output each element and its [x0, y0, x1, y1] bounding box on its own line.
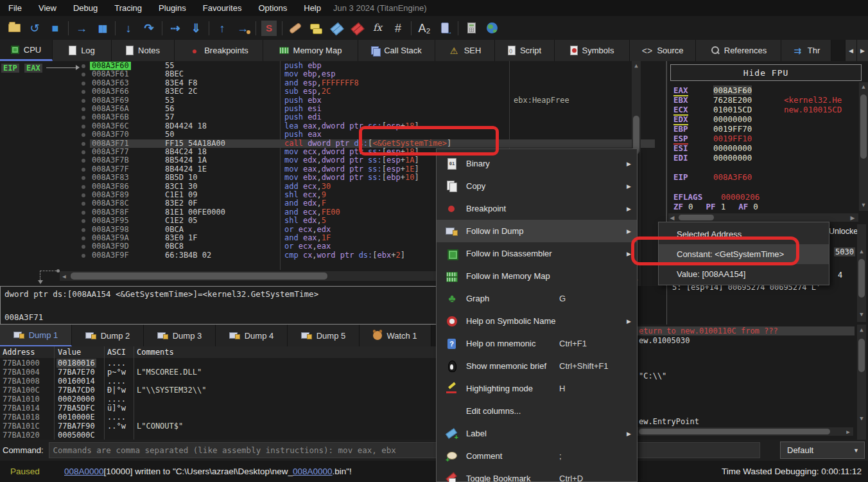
tab-dump-3[interactable]: Dump 3 — [144, 325, 216, 346]
column-header-asci[interactable]: ASCI — [107, 346, 126, 358]
scroll-left-icon[interactable]: ◀ — [60, 272, 68, 280]
register-row-esi[interactable]: ESI00000000 — [667, 143, 868, 153]
tab-references[interactable]: References — [696, 40, 781, 61]
regs-hscroll-thumb[interactable] — [679, 215, 714, 220]
breakpoint-dot[interactable] — [82, 211, 85, 215]
labels-button[interactable] — [326, 19, 347, 38]
context-menu-item-comment[interactable]: Comment; — [437, 445, 637, 467]
register-row-edi[interactable]: EDI00000000 — [667, 153, 868, 163]
register-row-edx[interactable]: EDX00000000 — [667, 114, 868, 124]
context-menu-item-graph[interactable]: ♣GraphG — [437, 287, 637, 310]
register-value[interactable]: 00000206 — [721, 192, 759, 202]
scylla-button[interactable]: S — [259, 19, 279, 38]
scroll-right-icon[interactable]: ▶ — [849, 214, 856, 222]
disasm-row-008A3F66[interactable]: 008A3F6683EC 2Csub esp,2C — [90, 87, 655, 96]
tab-source[interactable]: <>Source — [630, 40, 696, 61]
submenu-item-selected-address[interactable]: Selected Address — [659, 224, 829, 244]
run-button[interactable]: → — [71, 19, 92, 38]
scroll-up-icon[interactable]: ▲ — [632, 62, 640, 69]
register-row-esp[interactable]: ESP0019FF10 — [667, 134, 868, 143]
stack-vscroll-thumb[interactable] — [858, 339, 865, 372]
breakpoint-dot[interactable] — [82, 142, 85, 146]
run-to-user-code-button[interactable]: ⇢ — [165, 19, 186, 38]
register-value[interactable]: 00000000 — [713, 153, 752, 163]
scroll-up-icon[interactable]: ▲ — [860, 83, 867, 91]
register-row-eip[interactable]: EIP008A3F60 — [667, 172, 868, 182]
scroll-left-icon[interactable]: ◀ — [668, 214, 676, 222]
register-value[interactable]: 00000000 — [713, 143, 752, 153]
internet-button[interactable] — [482, 19, 502, 38]
breakpoint-dot[interactable] — [82, 107, 85, 111]
breakpoint-dot[interactable] — [82, 185, 85, 189]
context-menu-item-follow-in-dump[interactable]: Follow in Dump▶ — [437, 220, 637, 242]
comments-button[interactable] — [306, 19, 326, 38]
step-over-button[interactable]: ↷ — [139, 19, 159, 38]
tab-log[interactable]: Log — [53, 40, 112, 61]
flag-value[interactable]: 0 — [688, 202, 693, 211]
submenu-item-value-008aa154[interactable]: Value: [008AA154] — [659, 264, 829, 284]
disasm-row-008A3F69[interactable]: 008A3F6953push ebxebx:HeapFree — [90, 96, 655, 105]
column-header-address[interactable]: Address — [3, 346, 35, 358]
step-out-button[interactable]: ↑ — [212, 19, 232, 38]
execute-till-return-button[interactable]: ⇓ — [186, 19, 206, 38]
tab-notes[interactable]: Notes — [112, 40, 175, 61]
register-row-eax[interactable]: EAX008A3F60 — [667, 85, 868, 95]
tab-watch-1[interactable]: Watch 1 — [360, 325, 431, 346]
stack-row[interactable]: "C:\\" — [639, 371, 666, 380]
calculator-send-button[interactable] — [435, 19, 455, 38]
register-value[interactable]: 7628E200 — [713, 95, 752, 105]
register-row-ecx[interactable]: ECX010015CDnew.010015CD — [667, 105, 868, 114]
disasm-row-008A3F71[interactable]: 008A3F71FF15 54A18A00call dword ptr ds:[… — [90, 139, 655, 148]
register-value[interactable]: 008A3F60 — [713, 172, 752, 182]
open-file-button[interactable] — [4, 19, 24, 38]
context-menu-item-highlighting-mode[interactable]: Highlighting modeH — [437, 377, 637, 400]
menu-file[interactable]: File — [0, 0, 30, 16]
command-input[interactable] — [49, 442, 760, 458]
breakpoint-dot[interactable] — [82, 228, 85, 232]
breakpoint-dot[interactable] — [82, 245, 85, 249]
disasm-row-008A3F6A[interactable]: 008A3F6A56push esi — [90, 105, 655, 113]
context-menu-item-binary[interactable]: Binary▶ — [437, 152, 637, 175]
disasm-row-008A3F61[interactable]: 008A3F618BECmov ebp,esp — [90, 70, 655, 78]
hash-button[interactable]: # — [388, 19, 408, 38]
context-menu-item-copy[interactable]: Copy▶ — [437, 175, 637, 197]
disasm-hscroll-thumb[interactable] — [71, 272, 327, 280]
register-row-eflags[interactable]: EFLAGS00000206 — [667, 192, 868, 202]
breakpoint-dot[interactable] — [82, 168, 85, 172]
address-link[interactable]: 008A0000 — [293, 467, 333, 476]
address-link[interactable]: 008A0000 — [64, 467, 104, 476]
breakpoint-dot[interactable] — [82, 73, 85, 76]
register-value[interactable]: 00000000 — [713, 114, 752, 124]
tab-scroll-right-icon[interactable]: ▶ — [856, 40, 868, 61]
restart-button[interactable]: ↺ — [24, 19, 45, 38]
scroll-up-icon[interactable]: ▲ — [858, 326, 865, 334]
menu-debug[interactable]: Debug — [65, 0, 106, 16]
pause-button[interactable]: ▮▮ — [92, 19, 112, 38]
step-into-button[interactable]: ↓ — [118, 19, 139, 38]
menu-options[interactable]: Options — [250, 0, 295, 16]
menu-plugins[interactable]: Plugins — [150, 0, 195, 16]
register-row-ebx[interactable]: EBX7628E200<kernel32.He — [667, 95, 868, 105]
scroll-down-icon[interactable]: ▼ — [860, 201, 867, 209]
scroll-down-icon[interactable]: ▼ — [858, 415, 865, 422]
breakpoint-dot[interactable] — [82, 237, 85, 240]
breakpoint-dot[interactable] — [82, 133, 85, 137]
patch-button[interactable] — [285, 19, 306, 38]
context-menu-item-follow-in-disassembler[interactable]: Follow in Disassembler▶ — [437, 242, 637, 265]
stack-row[interactable]: ew.01005030 — [639, 336, 690, 345]
register-value[interactable]: 008A3F60 — [713, 85, 752, 95]
breakpoint-dot[interactable] — [82, 64, 85, 68]
context-menu-item-follow-in-memory-map[interactable]: Follow in Memory Map — [437, 265, 637, 287]
flag-value[interactable]: 0 — [753, 202, 758, 211]
submenu-item-constant-getsystemtime[interactable]: Constant: <GetSystemTime> — [659, 244, 829, 264]
tab-dump-4[interactable]: Dump 4 — [216, 325, 288, 346]
tab-script[interactable]: Script — [495, 40, 555, 61]
breakpoint-dot[interactable] — [82, 159, 85, 163]
breakpoint-dot[interactable] — [82, 254, 85, 258]
column-header-value[interactable]: Value — [58, 346, 81, 358]
tab-thr[interactable]: ⇉Thr — [781, 40, 831, 61]
register-row-ebp[interactable]: EBP0019FF70 — [667, 124, 868, 134]
disasm-row-008A3F70[interactable]: 008A3F7050push eax — [90, 130, 655, 139]
tab-symbols[interactable]: Symbols — [555, 40, 630, 61]
tab-dump-2[interactable]: Dump 2 — [72, 325, 144, 346]
